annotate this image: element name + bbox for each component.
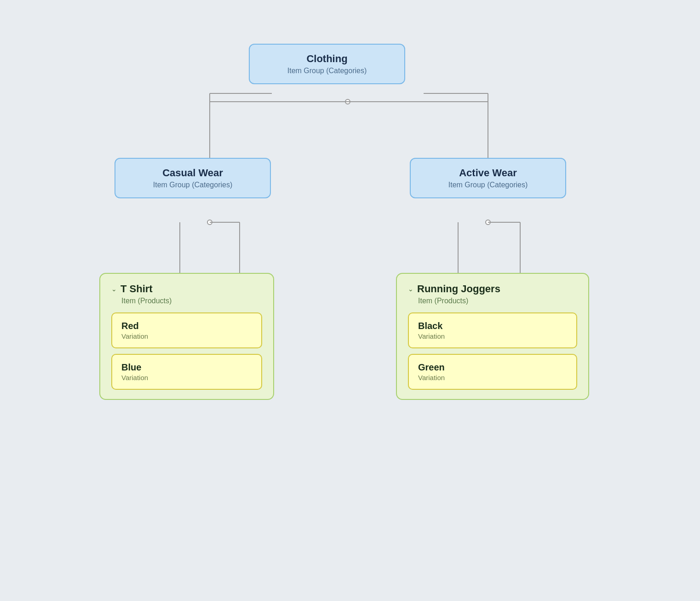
blue-variation: Blue Variation (111, 354, 262, 390)
blue-variation-subtitle: Variation (121, 374, 252, 381)
t-shirt-header: ⌄ T Shirt (111, 283, 262, 295)
red-variation-title: Red (121, 321, 252, 331)
red-variation: Red Variation (111, 312, 262, 348)
t-shirt-node: ⌄ T Shirt Item (Products) Red Variation … (99, 273, 274, 400)
running-joggers-header: ⌄ Running Joggers (408, 283, 577, 295)
green-variation-subtitle: Variation (418, 374, 567, 381)
diagram: Clothing Item Group (Categories) Casual … (74, 24, 626, 577)
running-joggers-chevron: ⌄ (408, 285, 413, 293)
red-variation-subtitle: Variation (121, 332, 252, 340)
blue-variation-title: Blue (121, 362, 252, 373)
casual-wear-subtitle: Item Group (Categories) (126, 181, 259, 189)
black-variation: Black Variation (408, 312, 577, 348)
active-wear-node: Active Wear Item Group (Categories) (410, 158, 566, 198)
running-joggers-title: Running Joggers (417, 283, 500, 295)
casual-wear-node: Casual Wear Item Group (Categories) (115, 158, 271, 198)
t-shirt-chevron: ⌄ (111, 285, 117, 293)
black-variation-subtitle: Variation (418, 332, 567, 340)
clothing-subtitle: Item Group (Categories) (261, 67, 393, 75)
active-wear-subtitle: Item Group (Categories) (422, 181, 554, 189)
svg-point-10 (207, 220, 212, 225)
svg-point-16 (486, 220, 490, 225)
green-variation-title: Green (418, 362, 567, 373)
running-joggers-subtitle: Item (Products) (418, 297, 577, 305)
t-shirt-subtitle: Item (Products) (121, 297, 262, 305)
clothing-node: Clothing Item Group (Categories) (249, 44, 405, 84)
t-shirt-title: T Shirt (120, 283, 153, 295)
active-wear-title: Active Wear (422, 167, 554, 179)
svg-point-7 (345, 99, 350, 104)
casual-wear-title: Casual Wear (126, 167, 259, 179)
running-joggers-node: ⌄ Running Joggers Item (Products) Black … (396, 273, 589, 400)
clothing-title: Clothing (261, 53, 393, 65)
black-variation-title: Black (418, 321, 567, 331)
green-variation: Green Variation (408, 354, 577, 390)
